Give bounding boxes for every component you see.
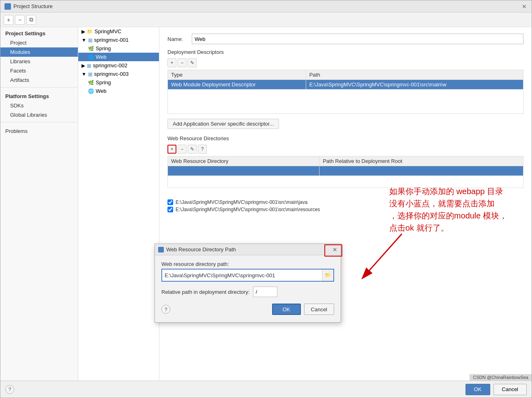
dialog-relative-path-input[interactable] xyxy=(253,287,277,297)
wrd-add-button[interactable]: + xyxy=(167,145,176,154)
tree-item-web-003[interactable]: 🌐 Web xyxy=(78,87,159,95)
name-label: Name: xyxy=(167,36,192,42)
cell-path: E:\Java\SpringMVC\SpringMVC\springmvc-00… xyxy=(306,80,523,90)
dialog-field2-row: Relative path in deployment directory: xyxy=(161,287,334,297)
deployment-descriptors-title: Deployment Descriptors xyxy=(167,49,523,55)
toolbar-add-button[interactable]: + xyxy=(4,15,13,25)
bottom-section: E:\Java\SpringMVC\SpringMVC\springmvc-00… xyxy=(159,199,532,220)
tree-item-springmvc[interactable]: ▶ 📁 SpringMVC xyxy=(78,27,159,36)
form-area: Name: Deployment Descriptors + − ✎ Type … xyxy=(159,27,532,199)
arrow-indicator xyxy=(345,222,426,295)
platform-settings-header: Platform Settings xyxy=(0,90,78,101)
table-row-empty xyxy=(168,90,523,114)
help-button[interactable]: ? xyxy=(5,385,14,394)
tree-label-springmvc-001: springmvc-001 xyxy=(94,37,129,43)
sidebar-item-problems[interactable]: Problems xyxy=(0,125,78,136)
web-res-path-cell xyxy=(320,166,523,176)
spring-icon-001: 🌿 xyxy=(88,46,94,51)
cancel-button[interactable]: Cancel xyxy=(493,384,527,395)
web-icon-003: 🌐 xyxy=(88,88,94,94)
title-bar: Project Structure ✕ xyxy=(0,0,532,13)
dialog-field2-label: Relative path in deployment directory: xyxy=(161,289,250,295)
project-settings-header: Project Settings xyxy=(0,27,78,38)
app-icon xyxy=(4,3,11,10)
chevron-down-icon: ▼ xyxy=(82,37,86,43)
module-icon-003: ▦ xyxy=(88,71,92,77)
dialog-icon xyxy=(158,247,164,252)
dd-remove-button[interactable]: − xyxy=(178,58,187,67)
dialog-path-input[interactable] xyxy=(162,270,320,281)
dialog-body: Web resource directory path: 📁 Relative … xyxy=(155,255,341,322)
main-content: Name: Deployment Descriptors + − ✎ Type … xyxy=(159,27,532,381)
col-type: Type xyxy=(168,70,306,80)
checkbox-resources[interactable] xyxy=(167,207,173,212)
checkbox-row-2: E:\Java\SpringMVC\SpringMVC\springmvc-00… xyxy=(167,207,523,212)
web-resource-dialog: Web Resource Directory Path ✕ Web resour… xyxy=(154,244,341,323)
tree-item-springmvc-002[interactable]: ▶ ▦ springmvc-002 xyxy=(78,61,159,70)
tree-label-springmvc: SpringMVC xyxy=(94,28,121,34)
name-row: Name: xyxy=(167,34,523,44)
deployment-descriptors-toolbar: + − ✎ xyxy=(167,58,523,67)
wrd-help-button[interactable]: ? xyxy=(198,145,207,154)
dialog-browse-button[interactable]: 📁 xyxy=(322,270,333,281)
sidebar-item-modules[interactable]: Modules xyxy=(0,47,78,57)
sidebar-item-sdks[interactable]: SDKs xyxy=(0,101,78,110)
web-resource-toolbar: + − ✎ ? xyxy=(167,145,523,154)
col-web-dir: Web Resource Directory xyxy=(168,156,320,166)
window-title: Project Structure xyxy=(13,3,53,9)
toolbar: + − ⧉ xyxy=(0,13,532,27)
tree-label-spring-003: Spring xyxy=(96,79,111,86)
sidebar-item-global-libraries[interactable]: Global Libraries xyxy=(0,110,78,120)
tree-item-springmvc-003[interactable]: ▼ ▦ springmvc-003 xyxy=(78,70,159,78)
dialog-help-button[interactable]: ? xyxy=(161,305,170,314)
spring-icon-003: 🌿 xyxy=(88,80,94,86)
toolbar-copy-button[interactable]: ⧉ xyxy=(26,15,36,25)
tree-item-spring-001[interactable]: 🌿 Spring xyxy=(78,44,159,53)
dialog-buttons: ? OK Cancel xyxy=(161,304,334,317)
chevron-right-icon: ▶ xyxy=(82,29,85,34)
name-input[interactable] xyxy=(192,34,523,44)
main-window: Project Structure ✕ + − ⧉ Project Settin… xyxy=(0,0,532,398)
tree-label-spring-001: Spring xyxy=(96,45,111,51)
dialog-title-bar: Web Resource Directory Path ✕ xyxy=(155,244,341,255)
cell-type: Web Module Deployment Descriptor xyxy=(168,80,306,90)
col-path: Path xyxy=(306,70,523,80)
sidebar-item-artifacts[interactable]: Artifacts xyxy=(0,75,78,85)
window-close-button[interactable]: ✕ xyxy=(521,3,528,10)
web-icon-001: 🌐 xyxy=(88,54,94,60)
dialog-title-left: Web Resource Directory Path xyxy=(158,246,236,252)
ok-button[interactable]: OK xyxy=(466,384,490,395)
deployment-descriptors-table: Type Path Web Module Deployment Descript… xyxy=(167,70,523,114)
dialog-ok-button[interactable]: OK xyxy=(272,304,301,315)
checkbox-java-label: E:\Java\SpringMVC\SpringMVC\springmvc-00… xyxy=(176,199,307,205)
dialog-field1-label: Web resource directory path: xyxy=(161,261,334,267)
sidebar-item-libraries[interactable]: Libraries xyxy=(0,57,78,66)
tree-item-spring-003[interactable]: 🌿 Spring xyxy=(78,78,159,87)
chevron-down-icon-003: ▼ xyxy=(82,71,86,77)
checkbox-java[interactable] xyxy=(167,199,173,205)
dd-add-button[interactable]: + xyxy=(167,58,176,67)
wrd-remove-button[interactable]: − xyxy=(178,145,187,154)
dialog-cancel-button[interactable]: Cancel xyxy=(304,304,334,315)
toolbar-remove-button[interactable]: − xyxy=(15,15,25,25)
folder-icon: 📁 xyxy=(87,29,93,34)
web-res-dir-cell xyxy=(168,166,320,176)
web-res-row[interactable] xyxy=(168,166,523,176)
add-descriptor-button[interactable]: Add Application Server specific descript… xyxy=(167,119,279,129)
tree-item-web-001[interactable]: 🌐 Web xyxy=(78,53,159,61)
sidebar-item-facets[interactable]: Facets xyxy=(0,66,78,75)
sidebar: Project Settings Project Modules Librari… xyxy=(0,27,78,381)
web-resource-directories-title: Web Resource Directories xyxy=(167,135,523,141)
dialog-input-row: 📁 xyxy=(161,269,334,282)
wrd-edit-button[interactable]: ✎ xyxy=(188,145,197,154)
footer-buttons: OK Cancel xyxy=(466,384,527,395)
tree-panel: ▶ 📁 SpringMVC ▼ ▦ springmvc-001 🌿 Spring… xyxy=(78,27,159,381)
tree-label-springmvc-003: springmvc-003 xyxy=(94,71,129,77)
table-row[interactable]: Web Module Deployment Descriptor E:\Java… xyxy=(168,80,523,90)
dd-edit-button[interactable]: ✎ xyxy=(188,58,197,67)
watermark: CSDN @ChinaRainbowSea xyxy=(470,374,532,381)
dialog-close-button[interactable]: ✕ xyxy=(332,246,337,253)
tree-item-springmvc-001[interactable]: ▼ ▦ springmvc-001 xyxy=(78,36,159,44)
sidebar-item-project[interactable]: Project xyxy=(0,38,78,47)
content-area: Project Settings Project Modules Librari… xyxy=(0,27,532,381)
